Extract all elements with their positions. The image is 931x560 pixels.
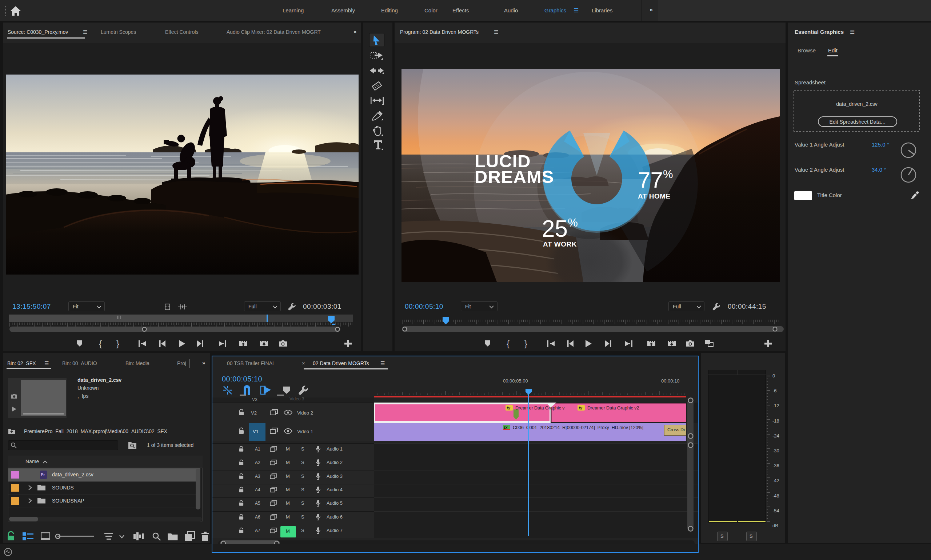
svg-text:{: {	[99, 339, 102, 348]
svg-text:DREAMS: DREAMS	[475, 167, 554, 186]
svg-text:AT WORK: AT WORK	[543, 240, 577, 248]
svg-text:}: }	[116, 339, 119, 348]
svg-text:AT HOME: AT HOME	[638, 192, 671, 200]
svg-text:}: }	[525, 339, 527, 348]
svg-text:{: {	[506, 339, 509, 348]
